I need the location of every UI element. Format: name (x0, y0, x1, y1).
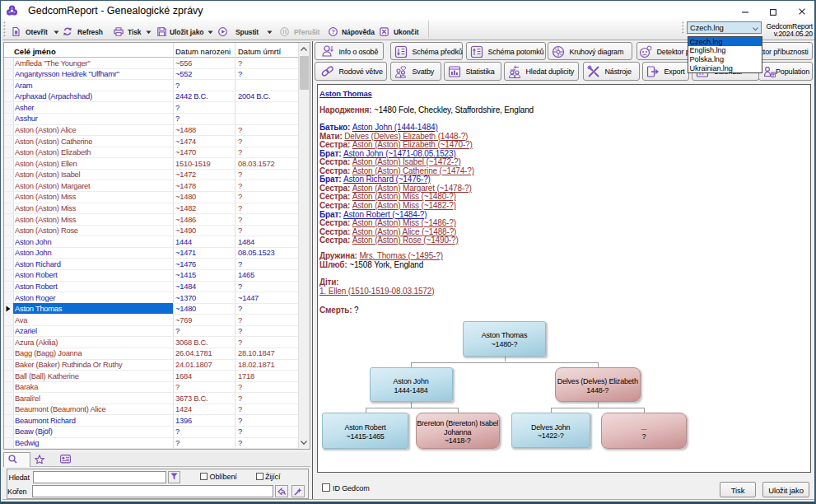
svg-text:?: ? (331, 28, 335, 35)
